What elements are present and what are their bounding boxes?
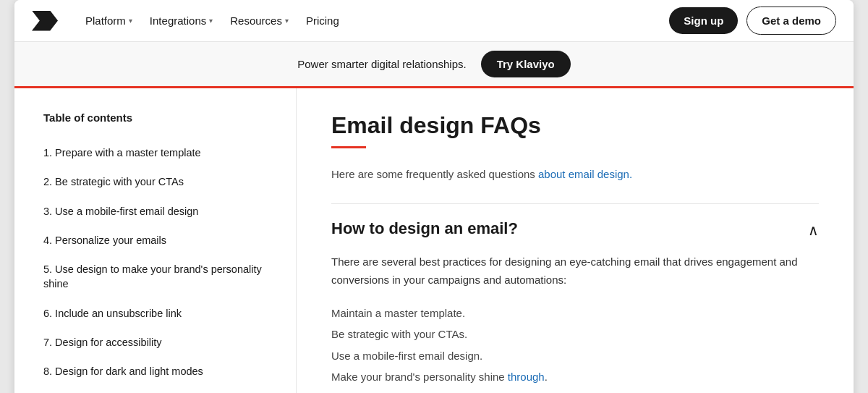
faq-question: How to design an email? [331, 219, 796, 240]
promo-banner: Power smarter digital relationships. Try… [14, 42, 854, 88]
intro-link[interactable]: about email design. [538, 168, 632, 180]
list-item[interactable]: 2. Be strategic with your CTAs [43, 167, 267, 196]
article-title: Email design FAQs [331, 111, 819, 139]
list-item[interactable]: 1. Prepare with a master template [43, 138, 267, 167]
main-content: Table of contents 1. Prepare with a mast… [14, 88, 854, 393]
app-window: Platform ▾ Integrations ▾ Resources ▾ Pr… [14, 0, 854, 393]
shine-link[interactable]: through [508, 371, 545, 383]
title-underline-decoration [331, 146, 366, 148]
nav-item-integrations[interactable]: Integrations ▾ [142, 9, 220, 33]
nav-items: Platform ▾ Integrations ▾ Resources ▾ Pr… [78, 9, 669, 33]
get-demo-button[interactable]: Get a demo [746, 7, 836, 35]
navbar: Platform ▾ Integrations ▾ Resources ▾ Pr… [14, 0, 854, 42]
list-item[interactable]: 3. Use a mobile-first email design [43, 197, 267, 226]
nav-item-platform[interactable]: Platform ▾ [78, 9, 140, 33]
article-intro: Here are some frequently asked questions… [331, 166, 819, 183]
nav-item-pricing[interactable]: Pricing [299, 9, 346, 33]
chevron-down-icon: ▾ [209, 17, 213, 25]
nav-item-resources[interactable]: Resources ▾ [223, 9, 296, 33]
faq-section: How to design an email? ∧ There are seve… [331, 203, 819, 386]
signup-button[interactable]: Sign up [669, 7, 738, 34]
faq-answer: There are several best practices for des… [331, 253, 819, 290]
faq-list-item: Maintain a master template. [331, 304, 819, 323]
faq-list-item: Make your brand's personality shine thro… [331, 368, 819, 386]
try-klaviyo-button[interactable]: Try Klaviyo [481, 51, 571, 77]
toc-title: Table of contents [43, 111, 267, 124]
list-item[interactable]: 6. Include an unsubscribe link [43, 299, 267, 328]
toc-list: 1. Prepare with a master template 2. Be … [43, 138, 267, 386]
banner-text: Power smarter digital relationships. [297, 58, 466, 70]
sidebar: Table of contents 1. Prepare with a mast… [14, 88, 297, 393]
article-content: Email design FAQs Here are some frequent… [297, 88, 854, 393]
faq-question-row: How to design an email? ∧ [331, 219, 819, 240]
list-item[interactable]: 7. Design for accessibility [43, 328, 267, 357]
chevron-down-icon: ▾ [285, 17, 289, 25]
list-item[interactable]: 5. Use design to make your brand's perso… [43, 255, 267, 299]
chevron-down-icon: ▾ [129, 17, 132, 25]
list-item[interactable]: 8. Design for dark and light modes [43, 357, 267, 386]
faq-list-item: Be strategic with your CTAs. [331, 325, 819, 344]
faq-list-item: Use a mobile-first email design. [331, 347, 819, 365]
logo-icon[interactable] [32, 11, 58, 31]
chevron-up-icon[interactable]: ∧ [808, 221, 819, 239]
nav-actions: Sign up Get a demo [669, 7, 836, 35]
list-item[interactable]: 4. Personalize your emails [43, 226, 267, 255]
